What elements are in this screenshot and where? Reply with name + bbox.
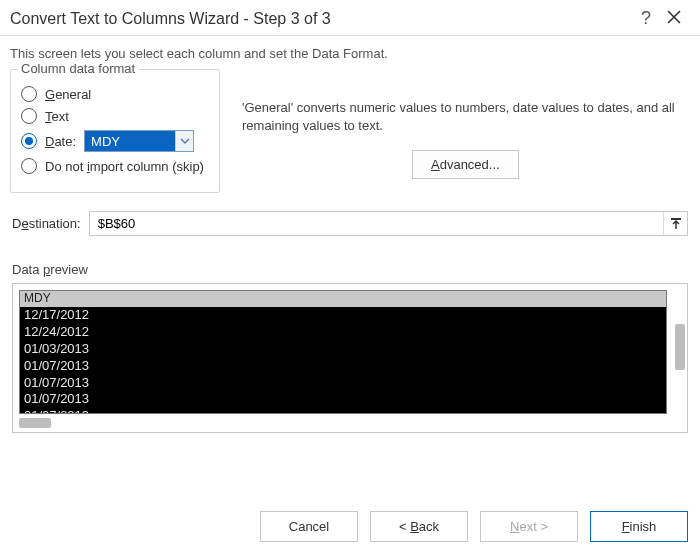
radio-icon (21, 86, 37, 102)
radio-skip-label: Do not import column (skip) (45, 159, 204, 174)
radio-icon (21, 108, 37, 124)
preview-rows: 12/17/201212/24/201201/03/201301/07/2013… (20, 307, 666, 414)
data-preview-label: Data preview (12, 262, 688, 277)
format-legend: Column data format (17, 61, 139, 76)
advanced-button[interactable]: Advanced... (412, 150, 519, 179)
chevron-down-icon (175, 131, 193, 151)
format-description: 'General' converts numeric values to num… (242, 99, 688, 134)
data-preview-box: MDY 12/17/201212/24/201201/03/201301/07/… (12, 283, 688, 433)
radio-general[interactable]: General (21, 86, 209, 102)
destination-input[interactable] (90, 212, 663, 235)
next-button: Next > (480, 511, 578, 542)
preview-row: 12/17/2012 (24, 307, 662, 324)
preview-row: 01/07/2013 (24, 358, 662, 375)
finish-button[interactable]: Finish (590, 511, 688, 542)
titlebar: Convert Text to Columns Wizard - Step 3 … (0, 0, 700, 36)
preview-row: 01/07/2013 (24, 375, 662, 392)
column-data-format-group: Column data format General Text Date: MD… (10, 69, 220, 193)
dialog-title: Convert Text to Columns Wizard - Step 3 … (10, 10, 632, 28)
dialog-button-row: Cancel < Back Next > Finish (260, 511, 688, 542)
help-icon[interactable]: ? (632, 8, 660, 29)
close-icon[interactable] (660, 10, 688, 27)
vertical-scrollbar[interactable] (675, 324, 685, 370)
destination-label: Destination: (12, 216, 81, 231)
svg-rect-0 (671, 218, 681, 220)
range-picker-icon[interactable] (663, 212, 687, 235)
radio-text[interactable]: Text (21, 108, 209, 124)
cancel-button[interactable]: Cancel (260, 511, 358, 542)
preview-row: 01/03/2013 (24, 341, 662, 358)
preview-row: 01/07/2013 (24, 391, 662, 408)
preview-row: 01/07/2013 (24, 408, 662, 414)
destination-input-wrap (89, 211, 688, 236)
radio-text-label: ext (52, 109, 69, 124)
radio-icon (21, 133, 37, 149)
preview-row: 12/24/2012 (24, 324, 662, 341)
radio-general-label: eneral (55, 87, 91, 102)
back-button[interactable]: < Back (370, 511, 468, 542)
data-preview-grid[interactable]: MDY 12/17/201212/24/201201/03/201301/07/… (19, 290, 667, 414)
radio-date[interactable]: Date: MDY (21, 130, 209, 152)
date-format-select[interactable]: MDY (84, 130, 194, 152)
preview-column-header: MDY (20, 291, 666, 307)
date-format-value: MDY (85, 134, 175, 149)
radio-skip[interactable]: Do not import column (skip) (21, 158, 209, 174)
horizontal-scrollbar[interactable] (19, 418, 79, 428)
radio-date-label: ate: (54, 134, 76, 149)
radio-icon (21, 158, 37, 174)
